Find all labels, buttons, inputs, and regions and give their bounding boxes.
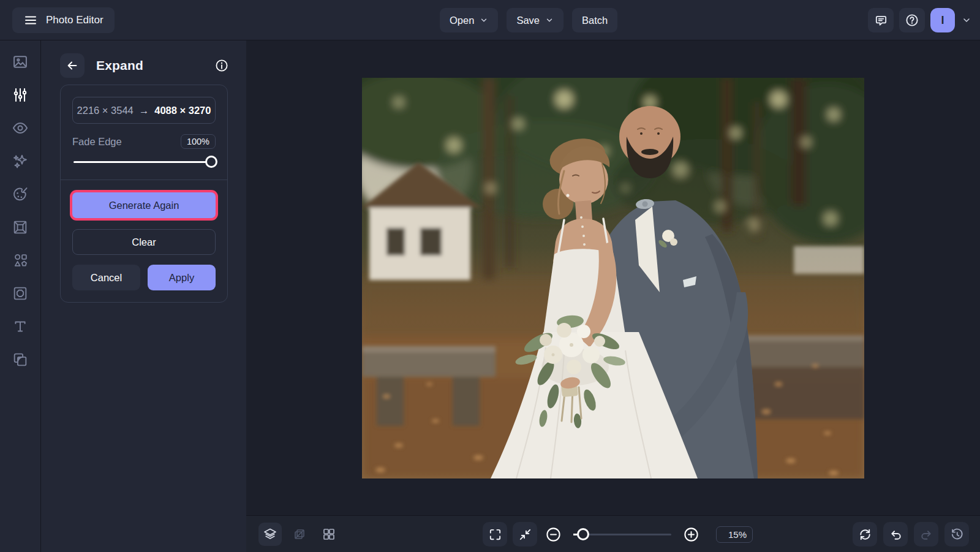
- sidebar-item-filter[interactable]: [10, 283, 31, 303]
- generate-again-button[interactable]: Generate Again: [72, 192, 216, 218]
- sidebar-item-frame[interactable]: [10, 217, 31, 237]
- back-button[interactable]: [60, 53, 85, 78]
- sidebar-item-adjustments[interactable]: [10, 85, 31, 105]
- feedback-button[interactable]: [868, 8, 894, 32]
- apply-button[interactable]: Apply: [148, 265, 216, 290]
- fullscreen-icon: [488, 527, 502, 542]
- size-from: 2216 × 3544: [77, 105, 134, 116]
- avatar[interactable]: I: [930, 8, 955, 32]
- batch-button[interactable]: Batch: [572, 8, 617, 32]
- zoom-level-field[interactable]: 15%: [716, 526, 753, 543]
- feedback-icon: [874, 13, 888, 28]
- size-to: 4088 × 3270: [154, 105, 211, 116]
- photo-wedding-couple[interactable]: [362, 78, 864, 478]
- grid-icon: [322, 527, 336, 542]
- eye-icon: [12, 119, 29, 137]
- copies-icon: [12, 351, 29, 368]
- filter-icon: [12, 285, 29, 302]
- zoom-in-button[interactable]: [683, 526, 699, 543]
- sidebar-item-text[interactable]: [10, 316, 31, 336]
- hamburger-icon: [23, 13, 38, 28]
- app-title: Photo Editor: [46, 14, 104, 26]
- fit-screen-icon: [518, 527, 532, 542]
- refresh-icon: [858, 527, 872, 542]
- chevron-down-icon: [480, 16, 488, 25]
- layers-button[interactable]: [258, 523, 282, 546]
- resize-button[interactable]: [288, 523, 311, 546]
- main-menu: Open Save Batch: [440, 8, 617, 32]
- fullscreen-button[interactable]: [483, 522, 507, 546]
- info-button[interactable]: [214, 58, 229, 73]
- sidebar-item-retouch[interactable]: [10, 118, 31, 138]
- size-change-display: 2216 × 3544 → 4088 × 3270: [72, 97, 216, 124]
- info-icon: [214, 58, 229, 73]
- top-bar: Photo Editor Open Save Batch I: [0, 0, 980, 40]
- zoom-out-button[interactable]: [545, 526, 562, 543]
- regenerate-button[interactable]: [853, 522, 877, 546]
- top-right-group: I: [868, 8, 971, 32]
- clear-button[interactable]: Clear: [72, 229, 216, 255]
- redo-icon: [919, 527, 933, 542]
- save-button[interactable]: Save: [507, 8, 564, 32]
- arrow-left-icon: [66, 59, 79, 72]
- status-bar: 15%: [246, 515, 980, 552]
- sparkles-icon: [12, 153, 29, 170]
- history-tools: [853, 522, 969, 546]
- view-tools: [258, 523, 341, 546]
- zoom-tools: 15%: [483, 522, 753, 546]
- history-icon: [950, 527, 964, 542]
- chevron-down-icon: [545, 16, 554, 25]
- expand-panel: Expand 2216 × 3544 → 4088 × 3270 Fade Ed…: [42, 40, 246, 552]
- history-button[interactable]: [944, 522, 969, 546]
- text-icon: [12, 318, 29, 335]
- sidebar-item-duplicate[interactable]: [10, 349, 31, 369]
- editor-canvas[interactable]: [246, 40, 980, 515]
- sidebar-item-effects[interactable]: [10, 151, 31, 171]
- shapes-icon: [12, 252, 29, 269]
- help-button[interactable]: [899, 8, 925, 32]
- cancel-button[interactable]: Cancel: [72, 265, 140, 290]
- fade-edge-value: 100%: [181, 134, 216, 149]
- zoom-slider[interactable]: [573, 528, 671, 540]
- help-icon: [905, 13, 919, 28]
- undo-icon: [889, 527, 903, 542]
- fade-edge-slider[interactable]: [72, 156, 216, 168]
- resize-icon: [292, 527, 307, 542]
- plus-circle-icon: [683, 526, 699, 543]
- fit-screen-button[interactable]: [513, 522, 537, 546]
- redo-button[interactable]: [914, 522, 938, 546]
- slider-thumb[interactable]: [205, 156, 217, 168]
- open-button[interactable]: Open: [440, 8, 498, 32]
- account-chevron-icon[interactable]: [962, 15, 971, 25]
- layers-icon: [263, 527, 277, 542]
- frame-icon: [12, 219, 29, 236]
- expand-settings-card: 2216 × 3544 → 4088 × 3270 Fade Edge 100%…: [60, 85, 228, 303]
- tool-rail: [0, 40, 41, 552]
- panel-header: Expand: [42, 40, 246, 78]
- image-icon: [12, 53, 29, 70]
- slider-track[interactable]: [74, 161, 214, 163]
- minus-circle-icon: [545, 526, 562, 543]
- arrow-right-icon: →: [139, 105, 149, 116]
- zoom-slider-thumb[interactable]: [577, 528, 589, 540]
- sidebar-item-paint[interactable]: [10, 184, 31, 204]
- palette-icon: [12, 186, 29, 203]
- undo-button[interactable]: [883, 522, 908, 546]
- panel-title: Expand: [96, 58, 143, 73]
- fade-edge-label: Fade Edge: [72, 136, 122, 148]
- app-menu-button[interactable]: Photo Editor: [12, 7, 115, 33]
- sidebar-item-image[interactable]: [10, 51, 31, 72]
- adjustments-icon: [12, 86, 29, 104]
- grid-button[interactable]: [317, 523, 341, 546]
- sidebar-item-elements[interactable]: [10, 250, 31, 270]
